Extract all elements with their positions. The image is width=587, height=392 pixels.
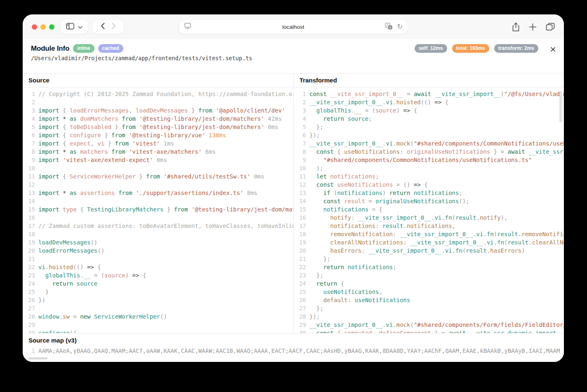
line-number: 2: [24, 98, 38, 106]
line-number: 8: [295, 148, 309, 156]
line-number: 6: [24, 131, 38, 139]
code-line: 6});: [295, 131, 564, 139]
line-number: 6: [295, 131, 309, 139]
line-number: 19: [24, 238, 38, 246]
code-line: 1// Copyright (C) 2012-2025 Zammad Found…: [24, 90, 293, 98]
line-number: 1: [295, 90, 309, 98]
line-number: 19: [295, 238, 309, 246]
line-number: 22: [24, 263, 38, 271]
line-number: 12: [295, 181, 309, 189]
close-icon[interactable]: ×: [549, 45, 556, 53]
sourcemap-line-number: 1: [24, 347, 38, 355]
line-number: 25: [24, 288, 38, 296]
code-line: 15 notifications = {: [295, 205, 564, 214]
line-number: 27: [24, 304, 38, 312]
line-number: 14: [24, 197, 38, 205]
code-line: 14 const result = originalUseNotificatio…: [295, 197, 564, 205]
line-number: 26: [295, 296, 309, 304]
code-line: 1const __vite_ssr_import_0__ = await __v…: [295, 90, 564, 98]
screenshot-canvas: { "colors": { "traffic": { "red": "#FF5F…: [0, 0, 587, 392]
line-number: 1: [24, 90, 38, 98]
module-info-header: Module Info inline cached self: 12ms tot…: [23, 39, 564, 73]
line-number: 30: [24, 329, 38, 333]
transformed-panel: Transformed 1const __vite_ssr_import_0__…: [293, 74, 564, 333]
new-tab-icon[interactable]: [529, 23, 537, 31]
line-number: 5: [295, 123, 309, 131]
line-number: 10: [295, 164, 309, 172]
line-number: 9: [295, 156, 309, 164]
line-number: 21: [295, 255, 309, 263]
source-panel: Source 1// Copyright (C) 2012-2025 Zamma…: [23, 74, 293, 333]
code-line: 10: [24, 164, 293, 172]
vertical-scrollbar-thumb[interactable]: [559, 91, 562, 122]
code-line: 12 const useNotifications = () => {: [295, 181, 564, 189]
minimize-window-button[interactable]: [40, 24, 46, 30]
page-format-icon[interactable]: [184, 23, 191, 31]
line-number: 23: [295, 271, 309, 279]
code-line: 27 };: [295, 304, 564, 312]
line-number: 4: [295, 115, 309, 123]
line-number: 15: [295, 205, 309, 214]
line-number: 17: [295, 222, 309, 230]
badge-self-time: self: 12ms: [415, 44, 447, 53]
badge-inline: inline: [73, 44, 94, 53]
code-line: 20loadErrorMessages(): [24, 246, 293, 255]
code-line: 18 removeNotification: __vite_ssr_import…: [295, 230, 564, 238]
line-number: 13: [295, 189, 309, 197]
browser-toolbar: localhost A a ↻: [23, 14, 564, 39]
line-number: 16: [295, 214, 309, 222]
code-line: 15import type { TestingLibraryMatchers }…: [24, 205, 293, 214]
transformed-code[interactable]: 1const __vite_ssr_import_0__ = await __v…: [294, 87, 564, 333]
line-number: 4: [24, 115, 38, 123]
code-line: 14: [24, 197, 293, 205]
line-number: 3: [24, 106, 38, 115]
chevron-down-icon: [78, 23, 83, 31]
code-line: 30 const { computed, defineComponent } =…: [295, 329, 564, 333]
code-line: 7__vite_ssr_import_0__.vi.mock("#shared/…: [295, 139, 564, 148]
code-line: 28});: [295, 312, 564, 321]
line-number: 20: [24, 246, 38, 255]
code-line: 3 globalThis.__ = (source) => {: [295, 106, 564, 115]
sourcemap-mappings: AAMA;AAeA,yBAAG,QAAQ,MAAM;AACf,aAAW,KAAK…: [38, 347, 560, 355]
horizontal-scrollbar-thumb[interactable]: [28, 357, 47, 359]
line-number: 2: [295, 98, 309, 106]
sidebar-icon: [66, 23, 74, 31]
source-code[interactable]: 1// Copyright (C) 2012-2025 Zammad Found…: [23, 87, 293, 333]
close-window-button[interactable]: [32, 24, 37, 30]
page-title: Module Info: [31, 45, 69, 53]
code-line: 8import * as matchers from 'vitest-axe/m…: [24, 148, 293, 156]
line-number: 7: [24, 139, 38, 148]
code-line: 5 };: [295, 123, 564, 131]
code-line: 29__vite_ssr_import_0__.vi.mock("#shared…: [295, 321, 564, 329]
line-number: 13: [24, 189, 38, 197]
sourcemap-section: Source map (v3) 1 AAMA;AAeA,yBAAG,QAAQ,M…: [23, 333, 564, 362]
translate-icon[interactable]: A a: [385, 23, 393, 31]
address-bar[interactable]: localhost A a ↻: [179, 20, 408, 34]
code-line: 13import * as assertions from './support…: [24, 189, 293, 197]
line-number: 29: [295, 321, 309, 329]
code-line: 6import { configure } from '@testing-lib…: [24, 131, 293, 139]
zoom-window-button[interactable]: [49, 24, 54, 30]
code-line: 11 let notifications;: [295, 172, 564, 181]
svg-text:a: a: [389, 26, 391, 29]
sidebar-toggle-button[interactable]: [60, 20, 88, 34]
line-number: 9: [24, 156, 38, 164]
url-text[interactable]: localhost: [179, 24, 408, 30]
forward-button[interactable]: [112, 23, 116, 31]
module-file-path: /Users/vladimir/Projects/zammad/app/fron…: [31, 55, 556, 61]
transformed-panel-title: Transformed: [294, 74, 564, 87]
code-line: 11import { ServiceWorkerHelper } from '#…: [24, 172, 293, 181]
share-icon[interactable]: [512, 22, 520, 32]
line-number: 23: [24, 271, 38, 279]
line-number: 18: [295, 230, 309, 238]
line-number: 5: [24, 123, 38, 131]
nav-divider: [108, 23, 108, 31]
code-line: 29: [24, 321, 293, 329]
back-button[interactable]: [101, 23, 105, 31]
line-number: 15: [24, 205, 38, 214]
tab-overview-icon[interactable]: [546, 23, 555, 31]
code-line: 22vi.hoisted(() => {: [24, 263, 293, 271]
code-line: 22 return notifications;: [295, 263, 564, 271]
code-line: 12: [24, 181, 293, 189]
reload-icon[interactable]: ↻: [397, 23, 403, 30]
